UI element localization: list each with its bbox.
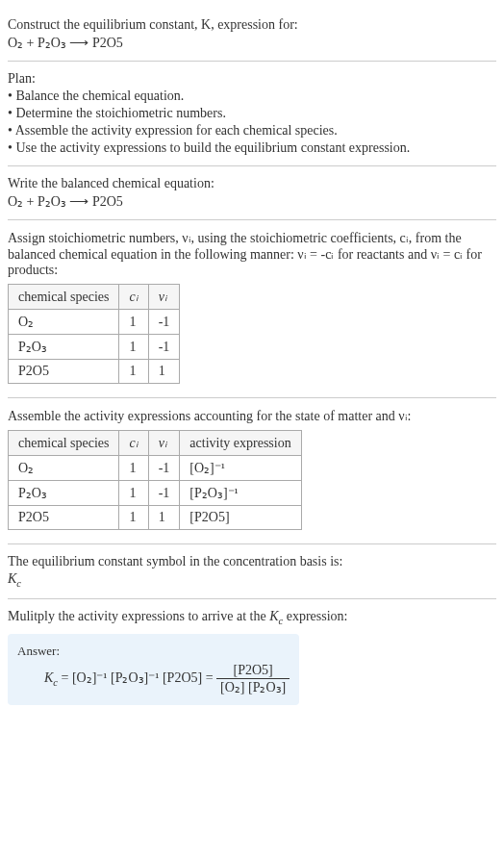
- symbol-value: Kc: [8, 571, 496, 589]
- cell-nui: -1: [148, 310, 180, 335]
- kc-symbol: Kc: [8, 571, 21, 586]
- cell-ci: 1: [119, 506, 148, 530]
- cell-nui: -1: [148, 456, 180, 481]
- table-row: O₂ 1 -1 [O₂]⁻¹: [9, 456, 302, 481]
- activity-table: chemical species cᵢ νᵢ activity expressi…: [8, 430, 302, 530]
- activity-text: Assemble the activity expressions accoun…: [8, 408, 496, 424]
- fraction: [P2O5] [O₂] [P₂O₃]: [216, 663, 290, 695]
- plan-bullet: • Use the activity expressions to build …: [8, 140, 496, 156]
- table-row: P₂O₃ 1 -1 [P₂O₃]⁻¹: [9, 481, 302, 506]
- cell-nui: 1: [148, 360, 180, 384]
- stoich-section: Assign stoichiometric numbers, νᵢ, using…: [8, 220, 496, 398]
- table-row: P2O5 1 1: [9, 360, 180, 384]
- cell-activity: [P2O5]: [180, 506, 301, 530]
- intro-section: Construct the equilibrium constant, K, e…: [8, 8, 496, 62]
- table-row: P₂O₃ 1 -1: [9, 335, 180, 360]
- multiply-text: Mulitply the activity expressions to arr…: [8, 609, 496, 626]
- stoich-table: chemical species cᵢ νᵢ O₂ 1 -1 P₂O₃ 1 -1…: [8, 284, 180, 384]
- col-species: chemical species: [9, 285, 119, 310]
- cell-activity: [P₂O₃]⁻¹: [180, 481, 301, 506]
- cell-species: P2O5: [9, 360, 119, 384]
- cell-species: O₂: [9, 456, 119, 481]
- cell-ci: 1: [119, 360, 148, 384]
- cell-nui: -1: [148, 481, 180, 506]
- cell-ci: 1: [119, 335, 148, 360]
- cell-species: P₂O₃: [9, 481, 119, 506]
- balanced-text: Write the balanced chemical equation:: [8, 176, 496, 191]
- symbol-text: The equilibrium constant symbol in the c…: [8, 554, 496, 569]
- cell-ci: 1: [119, 456, 148, 481]
- plan-bullet: • Assemble the activity expression for e…: [8, 123, 496, 139]
- col-ci: cᵢ: [119, 285, 148, 310]
- plan-title: Plan:: [8, 71, 496, 87]
- table-header-row: chemical species cᵢ νᵢ activity expressi…: [9, 431, 302, 456]
- cell-species: P2O5: [9, 506, 119, 530]
- table-row: P2O5 1 1 [P2O5]: [9, 506, 302, 530]
- answer-label: Answer:: [17, 644, 290, 659]
- symbol-section: The equilibrium constant symbol in the c…: [8, 544, 496, 599]
- multiply-section: Mulitply the activity expressions to arr…: [8, 599, 496, 713]
- activity-section: Assemble the activity expressions accoun…: [8, 398, 496, 544]
- fraction-denominator: [O₂] [P₂O₃]: [216, 679, 290, 695]
- col-nui: νᵢ: [148, 431, 180, 456]
- kc-lhs: Kc: [44, 670, 58, 685]
- cell-species: P₂O₃: [9, 335, 119, 360]
- balanced-equation: O₂ + P₂O₃ ⟶ P2O5: [8, 193, 496, 210]
- plan-section: Plan: • Balance the chemical equation. •…: [8, 62, 496, 166]
- col-nui: νᵢ: [148, 285, 180, 310]
- fraction-numerator: [P2O5]: [216, 663, 290, 679]
- plan-bullet: • Balance the chemical equation.: [8, 88, 496, 104]
- table-row: O₂ 1 -1: [9, 310, 180, 335]
- intro-line1: Construct the equilibrium constant, K, e…: [8, 17, 298, 32]
- cell-nui: 1: [148, 506, 180, 530]
- col-species: chemical species: [9, 431, 119, 456]
- intro-text: Construct the equilibrium constant, K, e…: [8, 17, 496, 33]
- cell-species: O₂: [9, 310, 119, 335]
- balanced-section: Write the balanced chemical equation: O₂…: [8, 166, 496, 220]
- table-header-row: chemical species cᵢ νᵢ: [9, 285, 180, 310]
- plan-bullet: • Determine the stoichiometric numbers.: [8, 106, 496, 121]
- cell-ci: 1: [119, 310, 148, 335]
- answer-formula: Kc = [O₂]⁻¹ [P₂O₃]⁻¹ [P2O5] = [P2O5] [O₂…: [17, 663, 290, 695]
- col-ci: cᵢ: [119, 431, 148, 456]
- intro-equation: O₂ + P₂O₃ ⟶ P2O5: [8, 35, 496, 51]
- cell-ci: 1: [119, 481, 148, 506]
- cell-nui: -1: [148, 335, 180, 360]
- stoich-text: Assign stoichiometric numbers, νᵢ, using…: [8, 230, 496, 278]
- answer-box: Answer: Kc = [O₂]⁻¹ [P₂O₃]⁻¹ [P2O5] = [P…: [8, 634, 299, 705]
- equals: = [O₂]⁻¹ [P₂O₃]⁻¹ [P2O5] =: [62, 670, 217, 685]
- cell-activity: [O₂]⁻¹: [180, 456, 301, 481]
- col-activity: activity expression: [180, 431, 301, 456]
